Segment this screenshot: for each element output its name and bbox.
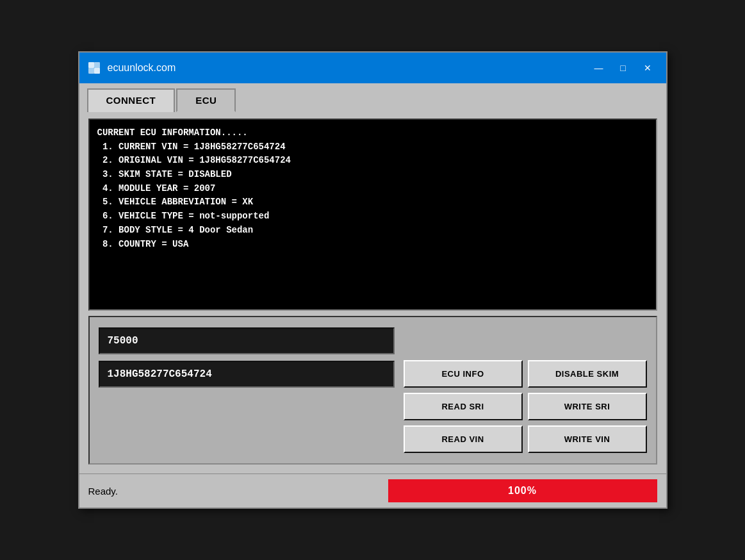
window-title: ecuunlock.com: [108, 62, 588, 74]
info-line-4: 4. MODULE YEAR = 2007: [97, 182, 648, 196]
info-line-8: 8. COUNTRY = USA: [97, 238, 648, 252]
controls-area: ECU INFO DISABLE SKIM READ SRI WRITE SRI…: [88, 316, 657, 465]
svg-rect-1: [88, 62, 94, 68]
write-sri-button[interactable]: WRITE SRI: [528, 393, 647, 420]
sri-input[interactable]: [99, 327, 395, 354]
write-vin-button[interactable]: WRITE VIN: [528, 425, 647, 453]
svg-rect-2: [94, 68, 100, 74]
info-line-1: 1. CURRENT VIN = 1J8HG58277C654724: [97, 140, 648, 154]
close-button[interactable]: ✕: [637, 59, 659, 77]
progress-bar: 100%: [388, 479, 657, 502]
info-line-7: 7. BODY STYLE = 4 Door Sedan: [97, 224, 648, 238]
empty-placeholder-2: [528, 327, 647, 355]
left-inputs: [99, 327, 395, 453]
info-line-2: 2. ORIGINAL VIN = 1J8HG58277C654724: [97, 154, 648, 168]
status-bar: Ready. 100%: [79, 474, 666, 507]
vin-input[interactable]: [99, 361, 395, 388]
app-icon: [87, 61, 101, 75]
tab-bar: CONNECT ECU: [79, 83, 666, 112]
read-vin-button[interactable]: READ VIN: [404, 425, 523, 453]
disable-skim-button[interactable]: DISABLE SKIM: [528, 360, 647, 388]
minimize-button[interactable]: —: [588, 59, 610, 77]
info-line-6: 6. VEHICLE TYPE = not-supported: [97, 210, 648, 224]
title-bar: ecuunlock.com — □ ✕: [79, 53, 666, 83]
svg-rect-4: [94, 62, 100, 68]
content-area: CURRENT ECU INFORMATION..... 1. CURRENT …: [79, 112, 666, 474]
info-line-0: CURRENT ECU INFORMATION.....: [97, 126, 648, 140]
status-text: Ready.: [88, 486, 379, 497]
restore-button[interactable]: □: [612, 59, 634, 77]
tab-connect[interactable]: CONNECT: [87, 88, 176, 112]
ecu-info-display[interactable]: CURRENT ECU INFORMATION..... 1. CURRENT …: [88, 119, 657, 311]
tab-ecu[interactable]: ECU: [176, 88, 236, 112]
action-buttons: ECU INFO DISABLE SKIM READ SRI WRITE SRI…: [404, 327, 647, 453]
ecu-info-button[interactable]: ECU INFO: [404, 360, 523, 388]
svg-rect-3: [88, 68, 94, 74]
info-line-5: 5. VEHICLE ABBREVIATION = XK: [97, 195, 648, 210]
read-sri-button[interactable]: READ SRI: [404, 393, 523, 420]
info-line-3: 3. SKIM STATE = DISABLED: [97, 168, 648, 182]
empty-placeholder-1: [404, 327, 523, 355]
window-controls: — □ ✕: [588, 59, 659, 77]
main-window: ecuunlock.com — □ ✕ CONNECT ECU CURRENT …: [78, 51, 667, 509]
